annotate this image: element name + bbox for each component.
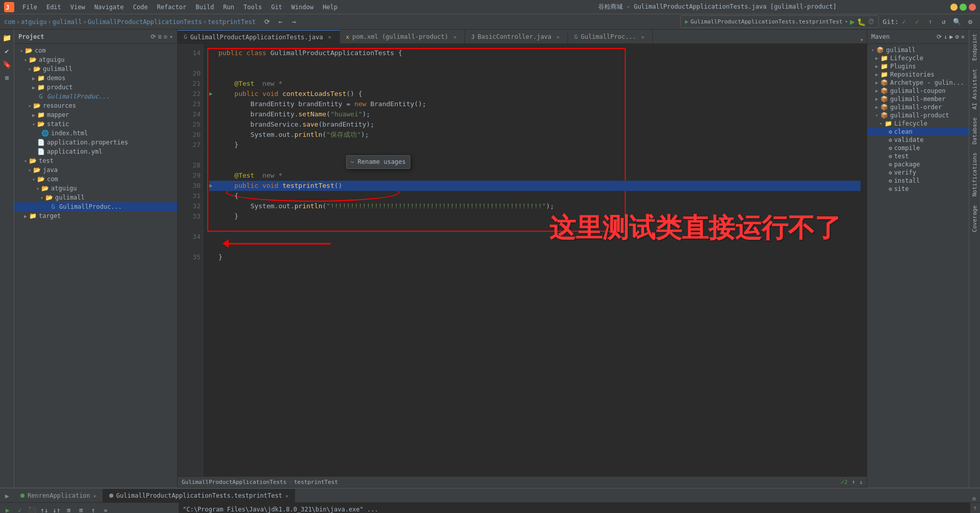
tree-item-atguigu[interactable]: ▾ 📂 atguigu xyxy=(14,55,177,64)
project-icon[interactable]: 📁 xyxy=(1,32,13,44)
menu-build[interactable]: Build xyxy=(191,3,218,12)
git-up-icon[interactable]: ↑ xyxy=(925,16,936,28)
tree-item-target[interactable]: ▶ 📁 target xyxy=(14,211,177,221)
maven-repositories[interactable]: ▶ 📁 Repositories xyxy=(867,70,969,79)
commit-icon[interactable]: ✔ xyxy=(1,45,13,57)
run-align-btn[interactable]: ≡ xyxy=(63,504,75,513)
breadcrumb-class[interactable]: GulimallProductApplicationTests xyxy=(88,18,202,26)
menu-window[interactable]: Window xyxy=(287,3,317,12)
menu-help[interactable]: Help xyxy=(318,3,341,12)
tree-item-gulimall-test-class[interactable]: G GulimallProduc... xyxy=(14,202,177,211)
code-area[interactable]: public class GulimallProductApplicationT… xyxy=(203,44,867,476)
maven-lifecycle-product[interactable]: ▾ 📁 Lifecycle xyxy=(867,119,969,128)
run-tab-0-close[interactable]: ✕ xyxy=(93,493,96,499)
maven-refresh-icon[interactable]: ⟳ xyxy=(937,33,942,40)
tree-item-product[interactable]: ▶ 📁 product xyxy=(14,83,177,92)
run-output[interactable]: "C:\Program Files\Java\jdk1.8.0_321\bin\… xyxy=(179,503,970,513)
tree-item-java[interactable]: ▾ 📂 java xyxy=(14,165,177,175)
tree-gear-icon[interactable]: ▾ xyxy=(169,33,173,40)
maven-compile[interactable]: ⚙ compile xyxy=(867,144,969,152)
close-button[interactable]: ✕ xyxy=(969,4,976,11)
menu-code[interactable]: Code xyxy=(129,3,152,12)
run-up-btn[interactable]: ↑ xyxy=(88,504,99,513)
tree-sync-icon[interactable]: ⟳ xyxy=(151,33,156,40)
tree-item-resources[interactable]: ▾ 📂 resources xyxy=(14,101,177,110)
bc-class[interactable]: GulimallProductApplicationTests xyxy=(182,479,286,485)
git-icon[interactable]: Git: xyxy=(885,16,896,28)
sync-icon[interactable]: ⟳ xyxy=(262,16,273,28)
tabs-overflow-btn[interactable]: ▾ xyxy=(857,36,867,43)
bc-method[interactable]: testprintTest xyxy=(294,479,338,485)
maven-plugins[interactable]: ▶ 📁 Plugins xyxy=(867,62,969,70)
tab-close-0[interactable]: ✕ xyxy=(326,34,333,41)
maven-execute-icon[interactable]: ▶ xyxy=(949,33,953,40)
scroll-up-btn[interactable]: ↑ xyxy=(973,504,977,511)
run-tab-gulimall[interactable]: GulimallProductApplicationTests.testprin… xyxy=(103,489,295,502)
endpoint-icon[interactable]: Endpoint xyxy=(970,30,979,65)
tree-item-gulimall-main[interactable]: ▾ 📂 gulimall xyxy=(14,64,177,74)
maven-package[interactable]: ⚙ package xyxy=(867,160,969,168)
rename-popup[interactable]: ↪ Rename usages xyxy=(346,155,410,169)
breadcrumb-method[interactable]: testprintTest xyxy=(208,18,256,26)
tab-basic-controller[interactable]: J BasicController.java ✕ xyxy=(465,30,568,43)
menu-edit[interactable]: Edit xyxy=(42,3,65,12)
tab-pom[interactable]: x pom.xml (gulimall-product) ✕ xyxy=(340,30,465,43)
run-stop-btn[interactable]: ⬛ xyxy=(27,504,38,513)
breadcrumb-gulimall[interactable]: gulimall xyxy=(53,18,82,26)
bc-nav-down[interactable]: ↓ xyxy=(859,479,863,485)
tree-item-demos[interactable]: ▶ 📁 demos xyxy=(14,74,177,83)
maven-gulimall[interactable]: ▾ 📦 gulimall xyxy=(867,46,969,54)
debug-btn[interactable]: 🐛 xyxy=(857,18,866,26)
maven-settings-icon[interactable]: ⚙ xyxy=(955,33,959,40)
menu-git[interactable]: Git xyxy=(267,3,286,12)
run-check-btn[interactable]: ✓ xyxy=(14,504,26,513)
run-sort-desc-btn[interactable]: ↓↑ xyxy=(51,504,62,513)
tree-item-atguigu2[interactable]: ▾ 📂 atguigu xyxy=(14,184,177,193)
run-settings-icon[interactable]: ⚙ xyxy=(968,495,980,502)
tree-item-mapper[interactable]: ▶ 📁 mapper xyxy=(14,110,177,119)
maven-site[interactable]: ⚙ site xyxy=(867,185,969,193)
tree-item-com[interactable]: ▾ 📂 com xyxy=(14,46,177,55)
run-tab-1-close[interactable]: ✕ xyxy=(285,493,288,499)
maven-archetype[interactable]: ▶ 📦 Archetype - gulin... xyxy=(867,79,969,87)
maven-lifecycle-1[interactable]: ▶ 📁 Lifecycle xyxy=(867,54,969,62)
tab-close-1[interactable]: ✕ xyxy=(451,33,458,40)
notifications-icon[interactable]: Notifications xyxy=(970,149,979,201)
run-align2-btn[interactable]: ≡ xyxy=(76,504,87,513)
run-icon[interactable]: ▶ xyxy=(0,489,14,502)
tree-item-gulimall-class[interactable]: G GulimallProduc... xyxy=(14,92,177,101)
tree-item-test[interactable]: ▾ 📂 test xyxy=(14,156,177,165)
maven-download-icon[interactable]: ↓ xyxy=(944,33,947,40)
tab-gulimall-proc[interactable]: G GulimallProc... ✕ xyxy=(568,30,653,43)
git-check2-icon[interactable]: ✓ xyxy=(912,16,923,28)
maven-order[interactable]: ▶ 📦 gulimall-order xyxy=(867,103,969,111)
run-configuration[interactable]: ▶ GulimallProductApplicationTests.testpr… xyxy=(680,15,879,28)
bc-nav-up[interactable]: ↑ xyxy=(852,479,855,485)
maven-validate[interactable]: ⚙ validate xyxy=(867,136,969,144)
tree-item-gulimall2[interactable]: ▾ 📂 gulimall xyxy=(14,193,177,202)
bookmark-icon[interactable]: 🔖 xyxy=(1,58,13,70)
maven-test[interactable]: ⚙ test xyxy=(867,152,969,160)
run-play-btn[interactable]: ▶ xyxy=(2,504,13,513)
maven-coupon[interactable]: ▶ 📦 gulimall-coupon xyxy=(867,87,969,95)
search-icon[interactable]: 🔍 xyxy=(951,16,963,28)
ai-assistant-icon[interactable]: AI Assistant xyxy=(970,65,979,113)
maven-install[interactable]: ⚙ install xyxy=(867,177,969,185)
tab-close-2[interactable]: ✕ xyxy=(554,33,561,40)
maven-product[interactable]: ▾ 📦 gulimall-product xyxy=(867,111,969,119)
maven-member[interactable]: ▶ 📦 gulimall-member xyxy=(867,95,969,103)
menu-navigate[interactable]: Navigate xyxy=(90,3,128,12)
menu-run[interactable]: Run xyxy=(219,3,238,12)
minimize-button[interactable]: ─ xyxy=(950,4,958,11)
run-sort-asc-btn[interactable]: ↑↓ xyxy=(39,504,50,513)
tab-gulimall-tests[interactable]: G GulimallProductApplicationTests.java ✕ xyxy=(178,30,340,43)
git-check-icon[interactable]: ✓ xyxy=(898,16,910,28)
tree-item-app-properties[interactable]: 📄 application.properties xyxy=(14,138,177,147)
menu-refactor[interactable]: Refactor xyxy=(153,3,190,12)
maven-clean[interactable]: ⚙ clean xyxy=(867,128,969,136)
menu-file[interactable]: File xyxy=(18,3,41,12)
menu-tools[interactable]: Tools xyxy=(239,3,266,12)
coverage-icon[interactable]: Coverage xyxy=(970,201,979,236)
run-gutter-30[interactable]: ▶ xyxy=(209,181,216,191)
settings-icon[interactable]: ⚙ xyxy=(965,16,976,28)
